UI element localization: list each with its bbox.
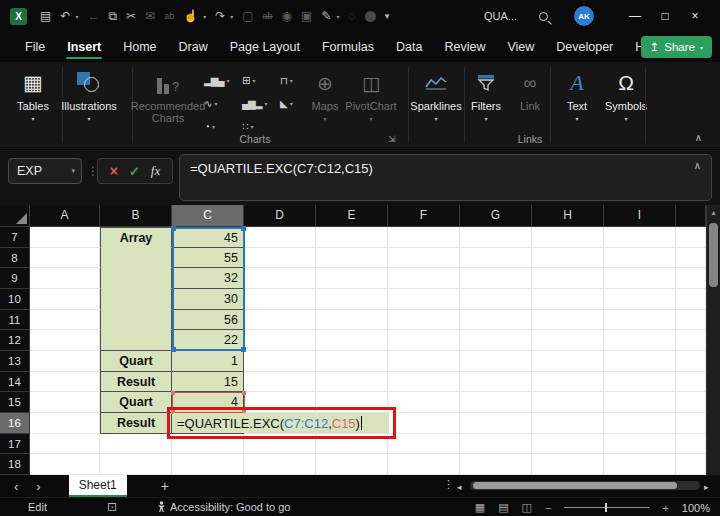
cell[interactable] <box>460 372 532 393</box>
waterfall-chart-button[interactable]: ◣▾ <box>280 93 293 113</box>
cell[interactable] <box>676 268 706 289</box>
cell[interactable] <box>604 268 676 289</box>
collapse-ribbon-icon[interactable]: ∧ <box>695 132 702 143</box>
maximize-button[interactable]: □ <box>650 9 680 23</box>
macro-record-icon[interactable]: ⊡ <box>107 500 117 514</box>
cell[interactable] <box>460 310 532 331</box>
illustrations-button[interactable]: Illustrations ▾ <box>62 68 116 122</box>
cell[interactable] <box>100 434 172 455</box>
cell[interactable] <box>532 434 604 455</box>
cell[interactable] <box>388 392 460 413</box>
tab-developer[interactable]: Developer <box>545 32 624 62</box>
cell[interactable] <box>460 454 532 475</box>
tab-draw[interactable]: Draw <box>168 32 219 62</box>
cell[interactable] <box>244 310 316 331</box>
row-header[interactable]: 8 <box>0 248 30 269</box>
select-all-corner[interactable] <box>0 205 30 227</box>
cell[interactable] <box>676 392 706 413</box>
cell[interactable] <box>172 454 244 475</box>
col-header-i[interactable]: I <box>604 205 676 227</box>
minimize-button[interactable]: — <box>620 9 650 23</box>
col-header-h[interactable]: H <box>532 205 604 227</box>
col-header-g[interactable]: G <box>460 205 532 227</box>
tab-review[interactable]: Review <box>433 32 496 62</box>
cell[interactable] <box>676 351 706 372</box>
text-button[interactable]: A Text ▾ <box>556 68 598 122</box>
cell[interactable] <box>100 248 172 269</box>
spelling-icon[interactable]: ab <box>164 12 174 21</box>
cell[interactable] <box>30 227 100 248</box>
cell[interactable] <box>388 413 460 434</box>
row-header[interactable]: 11 <box>0 310 30 331</box>
draw-pen-icon[interactable]: ✎ <box>321 10 331 22</box>
cell[interactable] <box>244 454 316 475</box>
cell[interactable] <box>532 248 604 269</box>
column-chart-button[interactable]: ▂▆▄▾ <box>204 70 229 90</box>
zoom-in-button[interactable]: + <box>662 502 668 514</box>
bar-chart-button[interactable]: ▄▆▂▾ <box>242 93 267 113</box>
row-header[interactable]: 15 <box>0 392 30 413</box>
page-break-view-icon[interactable]: ◫ <box>522 501 532 514</box>
cell[interactable] <box>532 330 604 351</box>
cell[interactable] <box>100 268 172 289</box>
cell[interactable] <box>388 227 460 248</box>
cell[interactable] <box>676 413 706 434</box>
zoom-out-button[interactable]: − <box>545 502 551 514</box>
search-icon[interactable] <box>539 12 548 21</box>
cell[interactable] <box>30 248 100 269</box>
horizontal-scrollbar[interactable] <box>470 481 700 490</box>
cell[interactable] <box>604 330 676 351</box>
tab-view[interactable]: View <box>496 32 545 62</box>
vertical-scrollbar[interactable]: ▴ <box>706 205 720 475</box>
sheet-menu-icon[interactable]: ⋮ <box>443 478 454 491</box>
cell[interactable] <box>460 289 532 310</box>
cell[interactable] <box>244 289 316 310</box>
cell[interactable] <box>316 351 388 372</box>
cell[interactable] <box>388 454 460 475</box>
cell[interactable] <box>532 310 604 331</box>
cell[interactable] <box>676 434 706 455</box>
cell[interactable] <box>460 268 532 289</box>
undo-icon[interactable]: ↶ <box>60 10 70 22</box>
avatar[interactable]: AK <box>574 6 594 26</box>
cell[interactable] <box>316 454 388 475</box>
normal-view-icon[interactable]: ▦ <box>475 501 485 514</box>
row-header[interactable]: 9 <box>0 268 30 289</box>
cell[interactable] <box>604 289 676 310</box>
cell[interactable]: Result <box>100 413 172 434</box>
cell[interactable] <box>316 310 388 331</box>
cell[interactable] <box>604 413 676 434</box>
sheet-prev-icon[interactable]: ‹ <box>14 479 18 494</box>
cell[interactable] <box>244 227 316 248</box>
accessibility-status[interactable]: Accessibility: Good to go <box>157 501 290 513</box>
cell[interactable] <box>676 248 706 269</box>
line-chart-button[interactable]: ∿▾ <box>204 93 217 113</box>
search-text[interactable]: QUA... <box>484 10 517 22</box>
cell[interactable] <box>532 227 604 248</box>
redo-dropdown-icon[interactable]: ▾ <box>230 13 233 20</box>
sheet-next-icon[interactable]: › <box>36 479 40 494</box>
cell[interactable] <box>676 289 706 310</box>
row-header[interactable]: 14 <box>0 372 30 393</box>
row-header[interactable]: 17 <box>0 434 30 455</box>
paste-icon[interactable]: ⧉ <box>108 10 117 22</box>
cell[interactable] <box>460 248 532 269</box>
cell[interactable] <box>244 248 316 269</box>
cell[interactable] <box>244 268 316 289</box>
tab-formulas[interactable]: Formulas <box>311 32 385 62</box>
row-header[interactable]: 12 <box>0 330 30 351</box>
tab-page-layout[interactable]: Page Layout <box>219 32 311 62</box>
touch-mode-icon[interactable]: ☝ <box>183 10 198 22</box>
row-header[interactable]: 16 <box>0 413 30 434</box>
sparklines-button[interactable]: Sparklines ▾ <box>410 68 462 122</box>
pen-dropdown-icon[interactable]: ▾ <box>336 13 339 20</box>
cell[interactable] <box>604 310 676 331</box>
zoom-slider-thumb[interactable] <box>605 503 607 512</box>
cell[interactable]: Result <box>100 372 172 393</box>
cell[interactable] <box>532 351 604 372</box>
cell[interactable] <box>316 330 388 351</box>
cell[interactable]: 15 <box>172 372 244 393</box>
add-sheet-button[interactable]: + <box>161 478 169 494</box>
cell[interactable] <box>30 434 100 455</box>
cell[interactable] <box>388 289 460 310</box>
